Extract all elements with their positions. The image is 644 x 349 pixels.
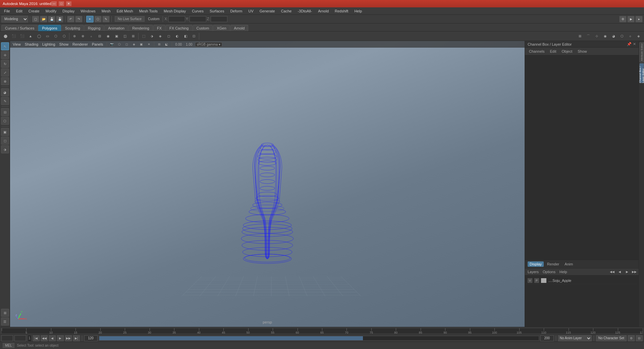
display-layer-left[interactable]: ▣ xyxy=(1,128,9,136)
mode-select[interactable]: Modeling Rigging Animation xyxy=(1,16,28,22)
range-end-input[interactable] xyxy=(84,335,98,341)
sphere-icon[interactable]: ⬤ xyxy=(1,33,9,40)
prev-frame-btn[interactable]: ◀◀ xyxy=(41,335,48,341)
separate-icon[interactable]: ⊗ xyxy=(79,33,87,40)
snap-left[interactable]: ⬡ xyxy=(1,117,9,125)
menu-3dtol[interactable]: -3DtoAll- xyxy=(295,8,315,14)
tab-rendering[interactable]: Rendering xyxy=(128,25,153,31)
combine-icon[interactable]: ⊕ xyxy=(70,33,78,40)
go-end-btn[interactable]: ▶| xyxy=(73,335,80,341)
vp-shading-icon[interactable]: ⬡ xyxy=(116,42,122,47)
cb-tab-object[interactable]: Object xyxy=(560,49,574,54)
cb-tab-channels[interactable]: Channels xyxy=(528,49,546,54)
frame-start-input[interactable]: 1 xyxy=(1,335,13,341)
menu-edit-mesh[interactable]: Edit Mesh xyxy=(114,8,136,14)
menu-help[interactable]: Help xyxy=(352,8,365,14)
vp-shading-menu[interactable]: Shading xyxy=(23,42,40,47)
duplicate-icon[interactable]: ⊡ xyxy=(190,33,198,40)
menu-uv[interactable]: UV xyxy=(246,8,256,14)
quick-layout-left[interactable]: ⊞ xyxy=(1,309,9,317)
layers-sub-tab[interactable]: Layers xyxy=(526,269,540,274)
select-tool[interactable]: ✦ xyxy=(86,16,94,22)
show-manip[interactable]: ⊟ xyxy=(1,108,9,116)
undo-button[interactable]: ↶ xyxy=(67,16,74,22)
tab-rigging[interactable]: Rigging xyxy=(84,25,104,31)
vp-light-icon[interactable]: ☀ xyxy=(146,42,152,47)
new-button[interactable]: ▢ xyxy=(32,16,39,22)
snap-point-icon[interactable]: ⊹ xyxy=(593,33,601,40)
y-input[interactable] xyxy=(190,16,206,22)
options-sub-tab[interactable]: Options xyxy=(541,269,557,274)
help-sub-tab[interactable]: Help xyxy=(558,269,569,274)
range-bar[interactable] xyxy=(99,336,539,341)
next-frame-btn[interactable]: ▶▶ xyxy=(65,335,72,341)
fill-hole-icon[interactable]: ◻ xyxy=(165,33,173,40)
layer-tab-render[interactable]: Render xyxy=(545,261,561,267)
remesh-icon[interactable]: ⊞ xyxy=(129,33,137,40)
vp-lighting-menu[interactable]: Lighting xyxy=(41,42,57,47)
cb-tab-edit[interactable]: Edit xyxy=(548,49,557,54)
hotbox-left[interactable]: ☰ xyxy=(1,317,9,326)
tab-xgen[interactable]: XGen xyxy=(213,25,230,31)
open-button[interactable]: 📂 xyxy=(40,16,47,22)
menu-create[interactable]: Create xyxy=(26,8,42,14)
cylinder-icon[interactable]: ⬛ xyxy=(18,33,26,40)
cube-icon[interactable]: ⬛ xyxy=(10,33,18,40)
channel-box-tab[interactable]: Channel Box / Layer Editor xyxy=(639,63,644,83)
viewport[interactable]: View Shading Lighting Show Renderer Pane… xyxy=(10,41,525,327)
render-layer-left[interactable]: ◻ xyxy=(1,137,9,145)
channel-box-close[interactable]: ✕ xyxy=(633,42,636,46)
menu-modify[interactable]: Modify xyxy=(43,8,59,14)
wedge-icon[interactable]: ◧ xyxy=(181,33,190,40)
save-button[interactable]: 💾 xyxy=(48,16,55,22)
menu-surfaces[interactable]: Surfaces xyxy=(207,8,227,14)
tab-animation[interactable]: Animation xyxy=(104,25,128,31)
vp-texture-icon[interactable]: ▣ xyxy=(139,42,145,47)
plane-icon[interactable]: ▭ xyxy=(43,33,51,40)
layer-color-swatch[interactable] xyxy=(541,278,546,283)
menu-file[interactable]: File xyxy=(1,8,13,14)
script-mode-label[interactable]: MEL xyxy=(3,343,14,348)
snap-curve-icon[interactable]: ⌒ xyxy=(584,33,592,40)
vp-wire-icon[interactable]: ◻ xyxy=(124,42,130,47)
subdiv-icon[interactable]: ▣ xyxy=(112,33,120,40)
menu-windows[interactable]: Windows xyxy=(78,8,98,14)
layer-tab-display[interactable]: Display xyxy=(528,261,544,267)
symmetry-icon[interactable]: ⬡ xyxy=(618,33,626,40)
vp-renderer-menu[interactable]: Renderer xyxy=(71,42,89,47)
menu-deform[interactable]: Deform xyxy=(227,8,245,14)
layer-tab-anim[interactable]: Anim xyxy=(562,261,575,267)
menu-edit[interactable]: Edit xyxy=(13,8,25,14)
scale-tool[interactable]: ⤢ xyxy=(1,68,9,77)
tab-custom[interactable]: Custom xyxy=(193,25,213,31)
go-start-btn[interactable]: |◀ xyxy=(33,335,40,341)
menu-cache[interactable]: Cache xyxy=(278,8,294,14)
minimize-button[interactable]: — xyxy=(51,1,57,6)
soft-select-icon[interactable]: ◕ xyxy=(609,33,618,40)
menu-mesh-display[interactable]: Mesh Display xyxy=(161,8,189,14)
vp-hud-icon[interactable]: ⬕ xyxy=(164,42,170,47)
menu-mesh[interactable]: Mesh xyxy=(99,8,113,14)
snap-surface-icon[interactable]: ◉ xyxy=(601,33,609,40)
rotate-tool[interactable]: ↻ xyxy=(1,60,9,68)
redo-button[interactable]: ↷ xyxy=(75,16,83,22)
tab-sculpting[interactable]: Sculpting xyxy=(61,25,84,31)
tab-curves-surfaces[interactable]: Curves / Surfaces xyxy=(1,25,38,31)
boolean-icon[interactable]: ⊟ xyxy=(96,33,104,40)
layer-visibility[interactable]: V xyxy=(528,278,532,283)
timeline-track[interactable]: 5101520253035404550556065707580859095100… xyxy=(1,328,643,334)
ipr-btn[interactable]: ▸ xyxy=(635,16,643,22)
torus-icon[interactable]: ◯ xyxy=(35,33,43,40)
layer-back-btn[interactable]: ◀ xyxy=(616,269,623,275)
extrude-icon[interactable]: ⬗ xyxy=(148,33,156,40)
reduce-icon[interactable]: ◫ xyxy=(121,33,129,40)
menu-generate[interactable]: Generate xyxy=(257,8,278,14)
paint-tool[interactable]: ✎ xyxy=(102,16,110,22)
play-back-btn[interactable]: ◀ xyxy=(49,335,56,341)
vp-grid-icon[interactable]: ⊞ xyxy=(156,42,162,47)
tab-arnold[interactable]: Arnold xyxy=(230,25,249,31)
extract-icon[interactable]: ⬦ xyxy=(87,33,95,40)
sculpt-icon[interactable]: ◈ xyxy=(635,33,643,40)
anim-layer-select[interactable]: No Anim Layer xyxy=(558,335,592,341)
snap-grid-icon[interactable]: ⊞ xyxy=(576,33,584,40)
